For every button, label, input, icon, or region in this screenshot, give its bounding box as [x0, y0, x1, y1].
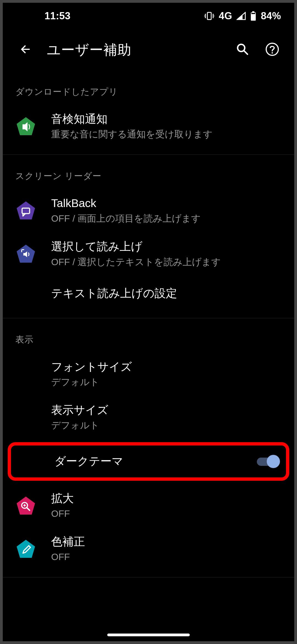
row-title: ダークテーマ — [54, 454, 247, 469]
section-header-screen-reader: スクリーン リーダー — [3, 155, 294, 189]
search-icon — [235, 42, 250, 58]
row-tts-settings[interactable]: テキスト読み上げの設定 — [3, 276, 294, 311]
page-title: ユーザー補助 — [45, 41, 224, 59]
row-subtitle: 重要な音に関する通知を受け取ります — [51, 128, 283, 141]
row-title: 音検知通知 — [51, 112, 283, 126]
status-bar: 11:53 4G — [3, 3, 294, 29]
navigation-bar — [3, 634, 294, 636]
device-frame: 11:53 4G — [3, 3, 294, 641]
status-network: 4G — [219, 10, 232, 22]
dark-theme-switch[interactable] — [255, 454, 280, 469]
app-bar: ユーザー補助 — [3, 29, 294, 70]
search-button[interactable] — [232, 39, 254, 61]
row-subtitle: OFF / 選択したテキストを読み上げます — [51, 256, 283, 268]
row-title: 選択して読み上げ — [51, 239, 283, 254]
help-button[interactable] — [261, 39, 283, 61]
row-subtitle: デフォルト — [51, 419, 283, 432]
select-to-speak-icon — [15, 243, 36, 264]
status-right: 4G 84% — [204, 10, 281, 22]
row-title: フォントサイズ — [51, 360, 283, 374]
status-time: 11:53 — [45, 10, 71, 22]
row-title: TalkBack — [51, 196, 283, 211]
section-screen-reader: スクリーン リーダー TalkBack OFF / 画面上の項目を読み上げます — [3, 155, 294, 318]
section-header-downloaded: ダウンロードしたアプリ — [3, 70, 294, 105]
highlight-dark-theme: ダークテーマ — [8, 442, 289, 481]
row-title: 表示サイズ — [51, 403, 283, 417]
row-color-correction[interactable]: 色補正 OFF — [3, 527, 294, 570]
switch-thumb — [267, 455, 280, 468]
row-title: 拡大 — [51, 491, 283, 506]
color-correction-icon — [15, 539, 36, 559]
magnification-icon — [15, 495, 36, 516]
section-downloaded-apps: ダウンロードしたアプリ 音検知通知 重要な音に関する通知を受け取ります — [3, 70, 294, 155]
signal-icon — [237, 12, 246, 20]
help-icon — [265, 42, 279, 58]
row-talkback[interactable]: TalkBack OFF / 画面上の項目を読み上げます — [3, 189, 294, 232]
status-battery: 84% — [261, 10, 281, 22]
row-sound-notification[interactable]: 音検知通知 重要な音に関する通知を受け取ります — [3, 105, 294, 148]
row-subtitle: OFF — [51, 551, 283, 563]
svg-rect-0 — [207, 12, 211, 20]
svg-point-11 — [272, 52, 273, 54]
section-display: 表示 フォントサイズ デフォルト 表示サイズ デフォルト ダークテーマ — [3, 318, 294, 578]
row-subtitle: デフォルト — [51, 376, 283, 388]
svg-marker-13 — [17, 201, 35, 219]
talkback-icon — [15, 200, 36, 221]
row-font-size[interactable]: フォントサイズ デフォルト — [3, 352, 294, 396]
section-header-display: 表示 — [3, 318, 294, 352]
vibrate-icon — [204, 12, 214, 20]
back-button[interactable] — [15, 39, 37, 61]
svg-line-9 — [244, 51, 248, 54]
row-select-to-speak[interactable]: 選択して読み上げ OFF / 選択したテキストを読み上げます — [3, 232, 294, 275]
row-subtitle: OFF — [51, 507, 283, 520]
arrow-back-icon — [19, 43, 32, 57]
sound-notification-icon — [15, 116, 36, 137]
row-display-size[interactable]: 表示サイズ デフォルト — [3, 396, 294, 439]
row-title: 色補正 — [51, 534, 283, 549]
row-dark-theme[interactable]: ダークテーマ — [11, 445, 286, 477]
row-title: テキスト読み上げの設定 — [51, 286, 283, 301]
row-magnification[interactable]: 拡大 OFF — [3, 484, 294, 527]
home-indicator[interactable] — [107, 634, 190, 636]
row-subtitle: OFF / 画面上の項目を読み上げます — [51, 212, 283, 225]
battery-icon — [250, 11, 256, 21]
svg-rect-7 — [251, 13, 255, 14]
svg-rect-5 — [252, 11, 254, 12]
